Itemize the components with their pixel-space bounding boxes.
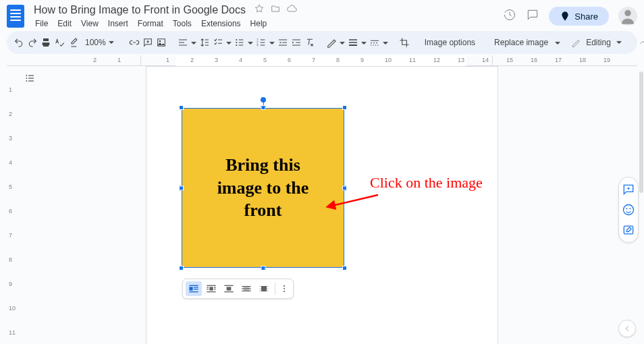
star-icon[interactable] bbox=[254, 3, 265, 17]
add-comment-button[interactable] bbox=[142, 34, 153, 51]
svg-point-36 bbox=[284, 285, 285, 287]
horizontal-ruler[interactable]: 2112345678910111213141516171819 bbox=[7, 55, 637, 66]
layout-behind-button[interactable] bbox=[238, 281, 254, 296]
canvas[interactable]: Bring this image to the front Click on t… bbox=[19, 66, 644, 344]
paint-format-button[interactable] bbox=[68, 34, 78, 51]
svg-rect-22 bbox=[207, 289, 209, 289]
ruler-mark: 1 bbox=[166, 57, 169, 63]
layout-more-button[interactable] bbox=[278, 281, 290, 296]
ruler-mark: 10 bbox=[9, 305, 16, 312]
mode-selector[interactable]: Editing bbox=[566, 35, 627, 50]
svg-rect-21 bbox=[214, 287, 216, 287]
bulleted-list-button[interactable] bbox=[234, 34, 245, 51]
resize-handle-n[interactable] bbox=[261, 105, 265, 110]
redo-button[interactable] bbox=[27, 34, 38, 51]
svg-rect-25 bbox=[224, 285, 233, 286]
insert-link-button[interactable] bbox=[129, 34, 140, 51]
dropdown-icon[interactable] bbox=[248, 36, 253, 49]
resize-handle-nw[interactable] bbox=[179, 105, 184, 110]
resize-handle-w[interactable] bbox=[179, 185, 184, 190]
ruler-mark: 9 bbox=[360, 57, 364, 63]
zoom-selector[interactable]: 100% bbox=[81, 36, 118, 49]
vertical-ruler[interactable]: 12345678910111213 bbox=[7, 66, 19, 344]
border-color-button[interactable] bbox=[326, 34, 337, 51]
resize-handle-s[interactable] bbox=[261, 266, 265, 270]
undo-button[interactable] bbox=[14, 34, 24, 51]
resize-handle-e[interactable] bbox=[342, 185, 347, 190]
dropdown-icon[interactable] bbox=[361, 36, 367, 49]
crop-button[interactable] bbox=[399, 34, 410, 51]
menu-file[interactable]: File bbox=[31, 18, 52, 30]
dropdown-icon[interactable] bbox=[226, 36, 232, 49]
svg-rect-19 bbox=[209, 287, 213, 290]
insert-image-button[interactable] bbox=[156, 34, 167, 51]
resize-handle-se[interactable] bbox=[342, 266, 347, 270]
replace-image-button[interactable]: Replace image bbox=[490, 35, 552, 50]
border-dash-button[interactable] bbox=[369, 34, 380, 51]
print-button[interactable] bbox=[41, 34, 51, 51]
toolbar: 100% 123 Image options Replace image Edi… bbox=[7, 31, 637, 54]
selection-border bbox=[182, 108, 344, 268]
explore-button[interactable] bbox=[618, 320, 636, 337]
decrease-indent-button[interactable] bbox=[277, 34, 288, 51]
spellcheck-button[interactable] bbox=[54, 34, 65, 51]
ruler-mark: 6 bbox=[9, 208, 12, 214]
dropdown-icon[interactable] bbox=[191, 36, 196, 49]
checklist-button[interactable] bbox=[213, 34, 223, 51]
add-comment-side-button[interactable] bbox=[622, 183, 635, 196]
border-weight-button[interactable] bbox=[348, 34, 358, 51]
docs-logo-icon[interactable] bbox=[7, 5, 24, 28]
svg-rect-15 bbox=[194, 287, 198, 287]
menu-help[interactable]: Help bbox=[246, 18, 271, 30]
line-spacing-button[interactable] bbox=[199, 34, 210, 51]
move-icon[interactable] bbox=[270, 3, 281, 17]
ruler-mark: 5 bbox=[263, 57, 267, 63]
align-button[interactable] bbox=[178, 34, 188, 51]
ruler-mark: 17 bbox=[555, 57, 562, 63]
ruler-mark: 11 bbox=[409, 57, 416, 63]
svg-rect-20 bbox=[207, 287, 209, 287]
image-options-button[interactable]: Image options bbox=[421, 35, 479, 50]
scrollbar-thumb[interactable] bbox=[639, 71, 643, 193]
layout-front-button[interactable] bbox=[256, 281, 272, 296]
menu-tools[interactable]: Tools bbox=[169, 18, 196, 30]
menu-view[interactable]: View bbox=[77, 18, 103, 30]
ruler-mark: 2 bbox=[93, 57, 97, 63]
layout-inline-button[interactable] bbox=[186, 281, 202, 296]
document-title[interactable]: How to Bring Image to Front in Google Do… bbox=[31, 3, 248, 17]
vertical-scrollbar[interactable] bbox=[639, 66, 643, 344]
add-emoji-side-button[interactable] bbox=[622, 203, 635, 217]
side-action-bar bbox=[618, 177, 639, 243]
layout-wrap-button[interactable] bbox=[203, 281, 219, 296]
svg-rect-18 bbox=[207, 285, 215, 286]
ruler-mark: 16 bbox=[531, 57, 537, 63]
dropdown-icon[interactable] bbox=[383, 36, 388, 49]
resize-handle-ne[interactable] bbox=[342, 105, 347, 110]
account-avatar[interactable] bbox=[618, 7, 637, 26]
history-icon[interactable] bbox=[503, 8, 516, 24]
comments-icon[interactable] bbox=[526, 8, 539, 24]
ruler-mark: 7 bbox=[9, 232, 12, 239]
svg-rect-17 bbox=[189, 291, 198, 292]
menu-insert[interactable]: Insert bbox=[104, 18, 132, 30]
clear-formatting-button[interactable] bbox=[304, 34, 315, 51]
selected-image[interactable]: Bring this image to the front bbox=[182, 108, 344, 268]
suggest-edits-side-button[interactable] bbox=[622, 223, 635, 237]
menu-format[interactable]: Format bbox=[134, 18, 167, 30]
svg-point-2 bbox=[236, 42, 237, 43]
dropdown-icon[interactable] bbox=[269, 36, 275, 49]
cloud-saved-icon[interactable] bbox=[286, 3, 297, 17]
svg-rect-29 bbox=[242, 286, 250, 287]
menu-extensions[interactable]: Extensions bbox=[197, 18, 245, 30]
menu-edit[interactable]: Edit bbox=[53, 18, 76, 30]
rotate-handle[interactable] bbox=[261, 97, 266, 103]
increase-indent-button[interactable] bbox=[291, 34, 302, 51]
layout-break-button[interactable] bbox=[221, 281, 237, 296]
resize-handle-sw[interactable] bbox=[179, 266, 184, 270]
share-button[interactable]: Share bbox=[549, 7, 609, 26]
collapse-toolbar-button[interactable] bbox=[638, 35, 644, 50]
numbered-list-button[interactable]: 123 bbox=[256, 34, 267, 51]
dropdown-icon[interactable] bbox=[340, 36, 345, 49]
dropdown-icon[interactable] bbox=[555, 36, 560, 49]
svg-point-38 bbox=[284, 291, 285, 292]
